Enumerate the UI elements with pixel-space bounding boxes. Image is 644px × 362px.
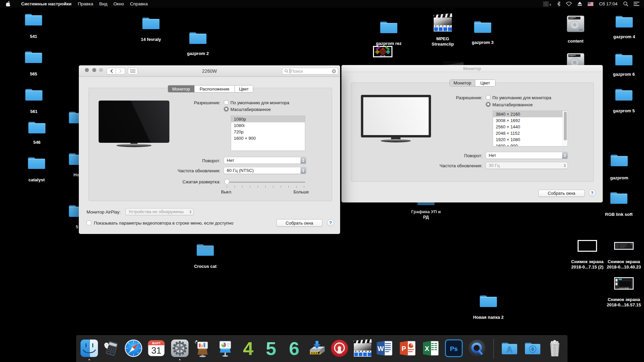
resolution-option[interactable]: 2560 × 1440 <box>493 124 568 130</box>
folder-icon <box>379 20 398 36</box>
dock-item-system-preferences[interactable] <box>171 339 189 357</box>
tab-color[interactable]: Цвет <box>475 80 495 86</box>
display-settings-window-primary: 2260W Поиск Монитор Расположение Цвет Ра… <box>79 65 340 234</box>
svg-text:W: W <box>378 345 384 352</box>
dock-item-calendar[interactable]: МАРТ 31 <box>147 339 165 357</box>
dock-item-trash[interactable] <box>546 339 564 357</box>
radio-scaled-resolution[interactable] <box>224 107 229 112</box>
display-illustration <box>99 101 169 143</box>
dock-item-app-6[interactable]: 6 <box>285 339 303 357</box>
clear-search-icon[interactable] <box>332 69 336 73</box>
resolution-option[interactable]: 3840 × 2160 <box>493 111 568 117</box>
menu-help[interactable]: Справка <box>127 0 151 8</box>
dock-item-red-cast[interactable] <box>330 339 348 357</box>
radio-scaled-label[interactable]: Масштабированное <box>492 102 533 107</box>
dock-item-finder[interactable] <box>80 339 98 357</box>
window-titlebar[interactable]: Монитор <box>341 65 603 72</box>
help-button[interactable]: ? <box>327 219 334 226</box>
radio-scaled-label[interactable]: Масштабированное <box>230 107 271 112</box>
dock-item-app-4[interactable]: 4 <box>239 339 257 357</box>
tab-arrangement[interactable]: Расположение <box>195 85 235 92</box>
menu-view[interactable]: Вид <box>96 0 110 8</box>
menu-window[interactable]: Окно <box>110 0 127 8</box>
radio-scaled-resolution[interactable] <box>486 102 491 107</box>
dock-item-downloads-folder[interactable] <box>524 339 542 357</box>
rotation-popup[interactable]: Нет <box>224 157 306 164</box>
resolution-option[interactable]: 1600 × 900 <box>493 143 568 146</box>
notification-center-icon[interactable] <box>631 0 644 8</box>
wifi-icon[interactable] <box>563 0 575 8</box>
radio-default-label[interactable]: По умолчанию для монитора <box>230 100 289 105</box>
tab-monitor[interactable]: Монитор <box>168 85 195 92</box>
svg-text:4: 4 <box>243 339 253 357</box>
resolution-option[interactable]: 3008 × 1692 <box>493 117 568 124</box>
apple-menu[interactable] <box>6 1 11 7</box>
tab-bar: Монитор Расположение Цвет <box>168 85 253 93</box>
text-caret <box>290 69 290 73</box>
hdd-icon <box>566 15 585 34</box>
eject-icon[interactable] <box>575 0 585 8</box>
menu-bar: Системные настройки Правка Вид Окно Спра… <box>0 0 644 8</box>
radio-default-resolution[interactable] <box>486 95 491 100</box>
svg-text:6: 6 <box>289 339 299 357</box>
desktop-icon-label: MPEGStreamclip <box>432 36 454 47</box>
menu-app-name[interactable]: Системные настройки <box>18 0 75 8</box>
resolution-label: Разрешение: <box>194 100 220 105</box>
dock-item-app-5[interactable]: 5 <box>262 339 280 357</box>
resolution-option[interactable]: 720p <box>231 129 305 135</box>
dock-item-powerpoint[interactable]: P <box>398 339 417 357</box>
dock-item-word[interactable]: W <box>375 339 393 357</box>
dock-item-mpeg-streamclip[interactable] <box>354 339 372 357</box>
search-placeholder: Поиск <box>291 69 332 74</box>
display-stand-base <box>116 144 152 147</box>
radio-default-resolution[interactable] <box>224 100 229 105</box>
mirror-menubar-checkbox[interactable] <box>87 221 91 225</box>
dock-item-print-calculator[interactable] <box>103 339 121 357</box>
window-toolbar[interactable]: 2260W Поиск <box>79 65 340 77</box>
help-button[interactable]: ? <box>589 189 596 196</box>
rotation-popup[interactable]: Нет <box>486 152 568 159</box>
resolution-option[interactable]: 644 × 362 <box>493 136 568 143</box>
us-flag-icon[interactable] <box>585 0 596 8</box>
resolution-option[interactable]: 2048 × 1152 <box>493 130 568 136</box>
display-settings-window-secondary: Монитор Монитор Цвет Разрешение: По умол… <box>341 65 603 202</box>
desktop-icon-label: catalyst <box>29 177 45 183</box>
resolution-list-scrollbar[interactable] <box>562 111 568 146</box>
dock-item-safari[interactable] <box>124 339 143 357</box>
resolution-option[interactable]: 1080i <box>231 122 305 129</box>
desktop-icon-label: 5 <box>76 224 78 230</box>
scrollbar-thumb[interactable] <box>564 112 567 140</box>
display-stand-base <box>381 139 411 142</box>
tab-monitor[interactable]: Монитор <box>450 80 475 86</box>
desktop-icon-label: gazprom 2 <box>187 51 209 56</box>
gather-windows-button[interactable]: Собрать окна <box>538 190 585 197</box>
dock-item-keynote-wood[interactable] <box>193 339 211 357</box>
folder-icon <box>24 87 44 103</box>
search-field[interactable]: Поиск <box>282 68 338 74</box>
menu-clock[interactable]: Сб 17:04 <box>596 1 621 6</box>
mirror-menubar-label[interactable]: Показывать параметры видеоповтора в стро… <box>94 221 233 226</box>
svg-text:31: 31 <box>151 346 161 356</box>
dock-item-photoshop[interactable]: Ps <box>445 339 463 357</box>
resolution-option[interactable]: 1600 × 900 <box>231 135 305 141</box>
menu-edit[interactable]: Правка <box>75 0 96 8</box>
bluetooth-icon[interactable] <box>554 0 563 8</box>
dock-item-applications-folder[interactable]: A <box>500 339 519 357</box>
tab-color[interactable]: Цвет <box>235 85 253 92</box>
dock-item-video-downloader[interactable] <box>308 339 326 357</box>
dock-item-excel[interactable]: X <box>422 339 440 357</box>
folder-icon <box>24 12 43 28</box>
refresh-rate-popup[interactable]: 60 Гц (NTSC) <box>224 167 306 174</box>
underscan-slider-track[interactable] <box>224 182 305 183</box>
airplay-label: Монитор AirPlay: <box>87 209 120 215</box>
dock-item-quicktime[interactable] <box>468 339 486 357</box>
radio-default-label[interactable]: По умолчанию для монитора <box>492 95 551 100</box>
folder-icon <box>614 52 634 68</box>
adobe-icon[interactable]: 4 <box>540 0 554 8</box>
adobe-badge: 4 <box>549 3 551 6</box>
gather-windows-button[interactable]: Собрать окна <box>276 219 322 227</box>
resolution-option[interactable]: 1080p <box>231 116 305 122</box>
spotlight-icon[interactable] <box>621 0 631 8</box>
dock-item-keynote[interactable] <box>216 339 234 357</box>
desktop-icon-label: Новая папка 2 <box>473 315 503 320</box>
